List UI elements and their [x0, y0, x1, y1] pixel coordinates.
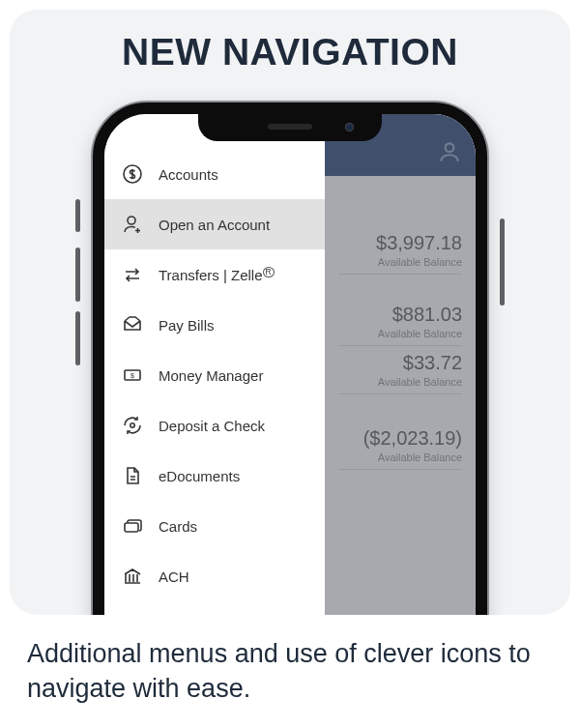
camera-cycle-icon	[120, 414, 145, 437]
sidebar-item-cards[interactable]: Cards	[104, 501, 325, 551]
balance-row: ($2,023.19)Available Balance	[338, 427, 462, 470]
sidebar-item-label: Transfers | ZelleR	[159, 267, 275, 283]
sidebar-item-accounts[interactable]: Accounts	[104, 149, 325, 199]
svg-point-0	[446, 143, 454, 152]
transfer-arrows-icon	[120, 263, 145, 286]
sidebar-item-money-manager[interactable]: Money Manager	[104, 350, 325, 400]
balance-amount: $33.72	[338, 352, 462, 374]
person-plus-icon	[120, 213, 145, 236]
sidebar-item-open-an-account[interactable]: Open an Account	[104, 199, 325, 249]
sidebar-item-label: Cards	[159, 518, 197, 535]
sidebar-item-edocuments[interactable]: eDocuments	[104, 451, 325, 501]
sidebar-item-label: Pay Bills	[159, 317, 215, 334]
balance-label: Available Balance	[338, 451, 462, 463]
balance-row: $881.03Available Balance	[338, 304, 462, 346]
sidebar-item-label: Accounts	[159, 166, 218, 183]
phone-mock: AccountsOpen an AccountTransfers | Zelle…	[93, 102, 487, 615]
bank-icon	[120, 565, 145, 588]
balance-amount: $881.03	[338, 304, 462, 326]
sidebar-item-pay-bills[interactable]: Pay Bills	[104, 300, 325, 350]
sidebar-item-label: ACH	[159, 568, 189, 585]
balance-label: Available Balance	[338, 256, 462, 268]
balance-row: $3,997.18Available Balance	[338, 232, 462, 275]
balance-amount: $3,997.18	[338, 232, 462, 254]
promo-headline: NEW NAVIGATION	[10, 31, 570, 73]
sidebar-item-label: Money Manager	[159, 367, 263, 384]
sidebar-item-transfers-zelle[interactable]: Transfers | ZelleR	[104, 249, 325, 300]
sidebar-menu: AccountsOpen an AccountTransfers | Zelle…	[104, 114, 325, 615]
promo-card: NEW NAVIGATION AccountsOpen an AccountTr…	[10, 10, 570, 615]
sidebar-item-wires[interactable]: Wires	[104, 601, 325, 615]
sidebar-item-label: eDocuments	[159, 468, 240, 484]
document-icon	[120, 464, 145, 487]
sidebar-item-label: Deposit a Check	[159, 418, 265, 434]
cards-icon	[120, 514, 145, 538]
profile-icon[interactable]	[437, 139, 462, 168]
dollar-circle-icon	[120, 162, 145, 186]
balance-label: Available Balance	[338, 376, 462, 388]
balance-row: $33.72Available Balance	[338, 352, 462, 394]
balance-label: Available Balance	[338, 328, 462, 339]
promo-caption: Additional menus and use of clever icons…	[0, 615, 580, 707]
sidebar-item-ach[interactable]: ACH	[104, 551, 325, 601]
sidebar-item-label: Open an Account	[159, 217, 270, 233]
sidebar-item-deposit-a-check[interactable]: Deposit a Check	[104, 400, 325, 451]
phone-notch	[198, 112, 382, 141]
balance-amount: ($2,023.19)	[338, 427, 462, 450]
main-content: $3,997.18Available Balance$881.03Availab…	[325, 114, 476, 615]
money-rect-icon	[120, 364, 145, 387]
envelope-icon	[120, 313, 145, 336]
